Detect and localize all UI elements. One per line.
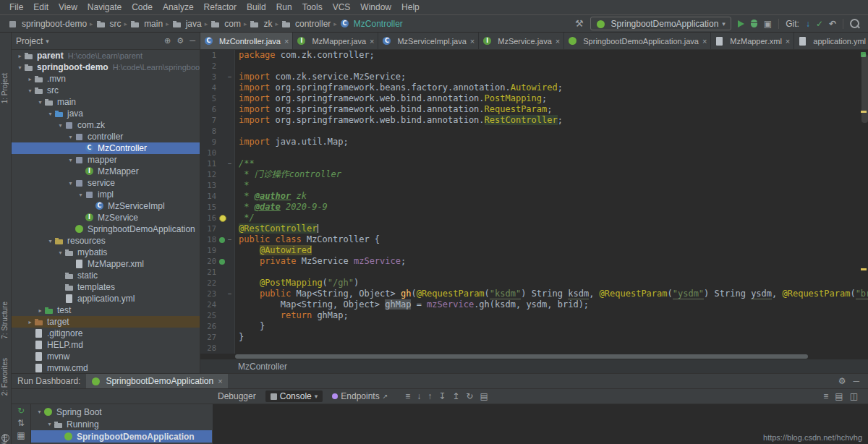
menu-run[interactable]: Run bbox=[271, 2, 297, 12]
code-line[interactable]: 22 @PostMapping("/gh") bbox=[200, 278, 868, 289]
split-icon[interactable]: ◫ bbox=[850, 391, 858, 401]
fold-marker[interactable]: − bbox=[226, 234, 233, 245]
code-line[interactable]: 8 bbox=[200, 126, 868, 137]
close-tab-icon[interactable]: × bbox=[284, 37, 289, 46]
dash-tree-row[interactable]: SpringbootDemoApplication bbox=[31, 430, 212, 443]
close-tab-icon[interactable]: × bbox=[470, 37, 475, 46]
dash-tree-row[interactable]: ▾Running bbox=[31, 418, 212, 430]
code-line[interactable]: 14 * @author zk bbox=[200, 191, 868, 202]
code-line[interactable]: 19 @Autowired bbox=[200, 245, 868, 256]
fold-marker[interactable]: − bbox=[226, 72, 233, 82]
bean-icon[interactable] bbox=[219, 237, 225, 243]
project-tree-row[interactable]: ▾mapper bbox=[12, 154, 200, 166]
project-tree-row[interactable]: mvnw.cmd bbox=[12, 362, 200, 374]
menu-view[interactable]: View bbox=[54, 2, 82, 12]
dash-tree-row[interactable]: ▾Spring Boot bbox=[31, 406, 212, 418]
project-tree-row[interactable]: .gitignore bbox=[12, 328, 200, 339]
code-line[interactable]: 26 } bbox=[200, 321, 868, 332]
code-line[interactable]: 15 * @date 2020-9-9 bbox=[200, 202, 868, 213]
editor-tab[interactable]: MzMapper.xml× bbox=[711, 33, 794, 49]
project-tree-row[interactable]: ▾src bbox=[12, 85, 200, 96]
code-line[interactable]: 5import org.springframework.web.bind.ann… bbox=[200, 93, 868, 104]
coverage-icon[interactable]: ▣ bbox=[764, 19, 772, 29]
code-line[interactable]: 25 return ghMap; bbox=[200, 310, 868, 321]
menu-build[interactable]: Build bbox=[242, 2, 271, 12]
code-line[interactable]: 17@RestController bbox=[200, 223, 868, 234]
project-tree-row[interactable]: static bbox=[12, 270, 200, 281]
menu-edit[interactable]: Edit bbox=[28, 2, 54, 12]
code-line[interactable]: 23− public Map<String, Object> gh(@Reque… bbox=[200, 289, 868, 299]
breadcrumb-item[interactable]: zk bbox=[250, 19, 272, 29]
scroll-up-icon[interactable]: ↥ bbox=[452, 391, 459, 401]
code-line[interactable]: 10 bbox=[200, 148, 868, 158]
error-stripe-mark[interactable] bbox=[861, 268, 867, 270]
menu-help[interactable]: Help bbox=[396, 2, 425, 12]
project-tree-row[interactable]: ▸.mvn bbox=[12, 73, 200, 85]
tree-chevron[interactable]: ▾ bbox=[26, 87, 34, 94]
tree-chevron[interactable]: ▾ bbox=[46, 238, 54, 244]
code-line[interactable]: 7import org.springframework.web.bind.ann… bbox=[200, 115, 868, 126]
project-tree-row[interactable]: ▸test bbox=[12, 304, 200, 316]
git-revert-icon[interactable]: ↶ bbox=[829, 19, 836, 29]
tool-window-button-project[interactable]: 1: Project bbox=[1, 73, 9, 103]
tool-window-button-favorites[interactable]: 2: Favorites bbox=[1, 358, 9, 396]
editor-tab[interactable]: application.yml× bbox=[794, 33, 868, 49]
close-tab-icon[interactable]: × bbox=[370, 37, 374, 46]
run-button[interactable] bbox=[738, 20, 744, 27]
tree-chevron[interactable]: ▾ bbox=[67, 134, 75, 140]
tree-chevron[interactable]: ▸ bbox=[36, 307, 44, 314]
view-tab-endpoints[interactable]: Endpoints↗ bbox=[327, 390, 393, 402]
tree-chevron[interactable]: ▾ bbox=[67, 180, 75, 187]
editor-tab[interactable]: MzController.java× bbox=[200, 33, 293, 49]
code-line[interactable]: 4import org.springframework.beans.factor… bbox=[200, 82, 868, 93]
close-tab-icon[interactable]: × bbox=[786, 37, 790, 46]
menu-navigate[interactable]: Navigate bbox=[82, 2, 127, 12]
project-tree-row[interactable]: MzMapper.xml bbox=[12, 258, 200, 270]
code-line[interactable]: 21 bbox=[200, 267, 868, 278]
step-up-icon[interactable]: ↑ bbox=[427, 391, 432, 401]
layout-icon[interactable]: ▤ bbox=[480, 391, 488, 401]
menu-window[interactable]: Window bbox=[355, 2, 396, 12]
breadcrumb-item[interactable]: com bbox=[210, 19, 241, 29]
code-line[interactable]: 28 bbox=[200, 343, 868, 354]
rerun-icon[interactable]: ↻ bbox=[17, 406, 25, 416]
breadcrumb-item[interactable]: src bbox=[96, 19, 122, 29]
code-line[interactable]: 1package com.zk.controller; bbox=[200, 50, 868, 61]
tree-chevron[interactable]: ▾ bbox=[56, 122, 64, 129]
scroll-down-icon[interactable]: ↧ bbox=[438, 391, 446, 401]
code-line[interactable]: 6import org.springframework.web.bind.ann… bbox=[200, 104, 868, 115]
project-tree-row[interactable]: ▾java bbox=[12, 108, 200, 119]
project-tree-row[interactable]: ▾controller bbox=[12, 131, 200, 142]
locate-icon[interactable]: ⊕ bbox=[164, 36, 171, 46]
settings-gear-icon[interactable]: ⚙ bbox=[176, 36, 184, 46]
menu-tools[interactable]: Tools bbox=[297, 2, 328, 12]
code-line[interactable]: 11−/** bbox=[200, 158, 868, 169]
vertical-scrollbar[interactable] bbox=[861, 54, 868, 123]
project-tree-row[interactable]: mvnw bbox=[12, 351, 200, 362]
project-tree-row[interactable]: HELP.md bbox=[12, 339, 200, 351]
code-line[interactable]: 20 private MzService mzService; bbox=[200, 256, 868, 267]
tree-chevron[interactable]: ▾ bbox=[46, 111, 54, 117]
project-tree-row[interactable]: MzMapper bbox=[12, 166, 200, 177]
breadcrumb-item[interactable]: MzController bbox=[340, 19, 403, 29]
git-update-icon[interactable]: ↓ bbox=[806, 19, 810, 29]
debug-button[interactable] bbox=[751, 20, 757, 27]
fold-marker[interactable]: − bbox=[226, 289, 233, 299]
project-tree-row[interactable]: ▾service bbox=[12, 177, 200, 189]
code-line[interactable]: 9import java.util.Map; bbox=[200, 137, 868, 148]
search-icon[interactable] bbox=[850, 19, 859, 28]
code-line[interactable]: 13 * bbox=[200, 180, 868, 191]
project-tree-row[interactable]: ▸target bbox=[12, 316, 200, 328]
breadcrumb-item[interactable]: java bbox=[172, 19, 202, 29]
settings-gear-icon[interactable]: ⚙ bbox=[838, 376, 846, 386]
rerun-icon[interactable]: ↻ bbox=[466, 391, 473, 401]
project-tree-row[interactable]: ▾main bbox=[12, 96, 200, 108]
project-tree-row[interactable]: templates bbox=[12, 281, 200, 293]
web-icon[interactable] bbox=[1, 434, 9, 442]
close-tab-icon[interactable]: × bbox=[556, 37, 560, 46]
fold-marker[interactable]: − bbox=[226, 158, 233, 169]
menu-vcs[interactable]: VCS bbox=[328, 2, 356, 12]
code-line[interactable]: 27} bbox=[200, 332, 868, 343]
project-tree-row[interactable]: ▸parentH:\code\Learn\parent bbox=[12, 50, 200, 61]
console-output[interactable]: https://blog.csdn.net/hchvhg bbox=[213, 404, 868, 444]
